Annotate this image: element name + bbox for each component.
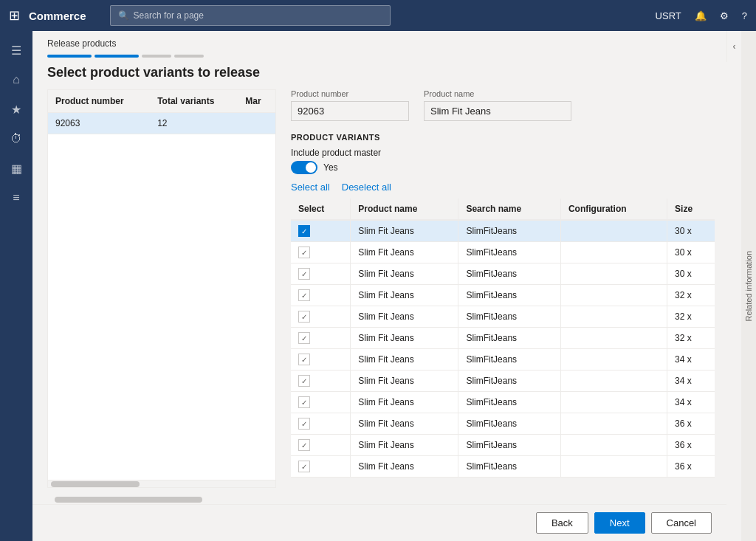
variant-product-name: Slim Fit Jeans [351, 328, 458, 349]
variants-section-title: PRODUCT VARIANTS [291, 133, 715, 142]
checkbox-unchecked[interactable]: ✓ [298, 332, 310, 344]
mar-cell [238, 113, 275, 134]
checkbox-unchecked[interactable]: ✓ [298, 375, 310, 387]
product-number-value: 92063 [291, 101, 409, 121]
app-title: Commerce [29, 10, 86, 22]
checkbox-checked[interactable]: ✓ [298, 225, 310, 237]
variant-configuration [560, 306, 667, 328]
page-header: Release products Select product variants… [32, 31, 726, 89]
variant-checkbox-cell[interactable]: ✓ [291, 220, 351, 242]
product-number-label: Product number [291, 89, 409, 98]
variant-row[interactable]: ✓Slim Fit JeansSlimFitJeans34 x [291, 392, 715, 413]
variant-row[interactable]: ✓Slim Fit JeansSlimFitJeans32 x [291, 328, 715, 349]
variant-product-name: Slim Fit Jeans [351, 413, 458, 435]
variant-search-name: SlimFitJeans [458, 413, 560, 435]
variant-search-name: SlimFitJeans [458, 263, 560, 285]
checkbox-unchecked[interactable]: ✓ [298, 247, 310, 258]
checkbox-unchecked[interactable]: ✓ [298, 461, 310, 472]
variant-configuration [560, 328, 667, 349]
variant-checkbox-cell[interactable]: ✓ [291, 328, 351, 349]
variant-row[interactable]: ✓Slim Fit JeansSlimFitJeans34 x [291, 371, 715, 392]
variant-size: 30 x [667, 263, 715, 285]
checkbox-unchecked[interactable]: ✓ [298, 396, 310, 408]
variant-product-name: Slim Fit Jeans [351, 242, 458, 263]
variant-size: 30 x [667, 242, 715, 263]
product-table: Product number Total variants Mar 92063 … [48, 90, 275, 134]
notification-icon[interactable]: 🔔 [695, 10, 707, 21]
variants-table: Select Product name Search name Configur… [291, 199, 715, 478]
wizard-step-4 [174, 55, 204, 58]
back-button[interactable]: Back [536, 512, 588, 534]
variant-row[interactable]: ✓Slim Fit JeansSlimFitJeans36 x [291, 413, 715, 435]
variant-row[interactable]: ✓Slim Fit JeansSlimFitJeans36 x [291, 456, 715, 478]
related-info-label: Related information [744, 251, 753, 321]
variant-search-name: SlimFitJeans [458, 220, 560, 242]
sidebar-menu-icon[interactable]: ☰ [3, 37, 30, 63]
variant-search-name: SlimFitJeans [458, 371, 560, 392]
variant-product-name: Slim Fit Jeans [351, 392, 458, 413]
variant-size: 36 x [667, 435, 715, 456]
variant-checkbox-cell[interactable]: ✓ [291, 306, 351, 328]
variant-configuration [560, 220, 667, 242]
col-product-name: Product name [351, 199, 458, 220]
search-bar[interactable]: 🔍 Search for a page [110, 5, 391, 26]
variant-checkbox-cell[interactable]: ✓ [291, 435, 351, 456]
toggle-control: Yes [291, 161, 715, 174]
table-row[interactable]: 92063 12 [48, 113, 275, 134]
variant-configuration [560, 242, 667, 263]
checkbox-unchecked[interactable]: ✓ [298, 311, 310, 323]
variant-checkbox-cell[interactable]: ✓ [291, 456, 351, 478]
deselect-all-button[interactable]: Deselect all [342, 182, 391, 193]
top-nav-right: USRT 🔔 ⚙ ? [656, 10, 747, 21]
wizard-step-2 [94, 55, 139, 58]
help-icon[interactable]: ? [742, 10, 747, 21]
variant-row[interactable]: ✓Slim Fit JeansSlimFitJeans30 x [291, 220, 715, 242]
variant-size: 34 x [667, 371, 715, 392]
top-nav: ⊞ Commerce 🔍 Search for a page USRT 🔔 ⚙ … [0, 0, 756, 31]
next-button[interactable]: Next [594, 512, 645, 534]
wizard-step-1 [47, 55, 92, 58]
variant-checkbox-cell[interactable]: ✓ [291, 242, 351, 263]
variant-row[interactable]: ✓Slim Fit JeansSlimFitJeans36 x [291, 435, 715, 456]
total-variants-cell: 12 [150, 113, 238, 134]
select-all-button[interactable]: Select all [291, 182, 330, 193]
variant-row[interactable]: ✓Slim Fit JeansSlimFitJeans32 x [291, 306, 715, 328]
col-mar: Mar [238, 90, 275, 113]
variant-row[interactable]: ✓Slim Fit JeansSlimFitJeans34 x [291, 349, 715, 371]
col-product-number: Product number [48, 90, 150, 113]
checkbox-unchecked[interactable]: ✓ [298, 289, 310, 301]
search-icon: 🔍 [118, 10, 129, 21]
collapse-panel-button[interactable]: ‹ [726, 31, 741, 62]
left-panel-scrollbar[interactable] [48, 480, 275, 487]
variant-checkbox-cell[interactable]: ✓ [291, 413, 351, 435]
related-information-panel[interactable]: Related information [741, 31, 756, 541]
variant-checkbox-cell[interactable]: ✓ [291, 285, 351, 306]
variant-row[interactable]: ✓Slim Fit JeansSlimFitJeans32 x [291, 285, 715, 306]
variant-configuration [560, 392, 667, 413]
variant-configuration [560, 435, 667, 456]
variant-checkbox-cell[interactable]: ✓ [291, 349, 351, 371]
checkbox-unchecked[interactable]: ✓ [298, 354, 310, 365]
sidebar-workspace-icon[interactable]: ▦ [3, 155, 30, 182]
cancel-button[interactable]: Cancel [651, 512, 712, 534]
settings-icon[interactable]: ⚙ [720, 10, 729, 21]
variant-row[interactable]: ✓Slim Fit JeansSlimFitJeans30 x [291, 242, 715, 263]
sidebar-list-icon[interactable]: ≡ [3, 185, 30, 211]
product-list-panel: Product number Total variants Mar 92063 … [47, 89, 276, 488]
variant-configuration [560, 413, 667, 435]
bottom-scrollbar[interactable] [47, 495, 712, 504]
toggle-value: Yes [323, 162, 338, 173]
sidebar-home-icon[interactable]: ⌂ [3, 66, 30, 93]
sidebar-favorites-icon[interactable]: ★ [3, 96, 30, 123]
variant-size: 30 x [667, 220, 715, 242]
variant-checkbox-cell[interactable]: ✓ [291, 263, 351, 285]
variant-row[interactable]: ✓Slim Fit JeansSlimFitJeans30 x [291, 263, 715, 285]
checkbox-unchecked[interactable]: ✓ [298, 439, 310, 451]
include-master-toggle[interactable] [291, 161, 317, 174]
variant-checkbox-cell[interactable]: ✓ [291, 371, 351, 392]
variant-checkbox-cell[interactable]: ✓ [291, 392, 351, 413]
sidebar-recent-icon[interactable]: ⏱ [3, 125, 30, 152]
checkbox-unchecked[interactable]: ✓ [298, 418, 310, 430]
checkbox-unchecked[interactable]: ✓ [298, 268, 310, 280]
grid-icon[interactable]: ⊞ [9, 7, 20, 24]
